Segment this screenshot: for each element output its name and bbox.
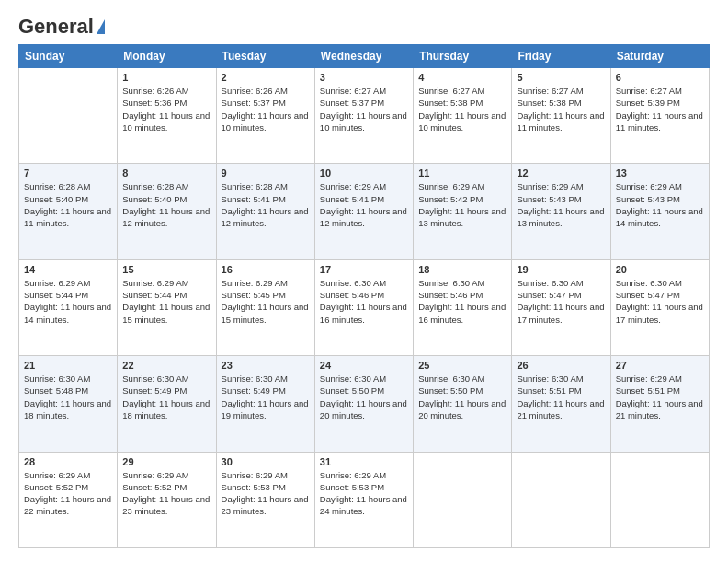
sunset-text: Sunset: 5:51 PM	[616, 385, 680, 396]
day-cell: 29Sunrise: 6:29 AMSunset: 5:52 PMDayligh…	[118, 452, 216, 547]
day-info: Sunrise: 6:30 AMSunset: 5:49 PMDaylight:…	[222, 373, 310, 421]
day-number: 13	[616, 167, 704, 178]
day-info: Sunrise: 6:29 AMSunset: 5:43 PMDaylight:…	[517, 180, 605, 229]
weekday-header-sunday: Sunday	[19, 45, 118, 68]
day-info: Sunrise: 6:30 AMSunset: 5:50 PMDaylight:…	[418, 373, 506, 421]
day-cell	[610, 452, 709, 547]
sunrise-text: Sunrise: 6:30 AM	[418, 278, 484, 288]
day-number: 23	[222, 360, 310, 371]
sunset-text: Sunset: 5:47 PM	[517, 290, 581, 300]
day-info: Sunrise: 6:29 AMSunset: 5:51 PMDaylight:…	[616, 373, 704, 421]
day-info: Sunrise: 6:28 AMSunset: 5:40 PMDaylight:…	[24, 180, 112, 229]
sunrise-text: Sunrise: 6:30 AM	[517, 373, 583, 384]
week-row-2: 14Sunrise: 6:29 AMSunset: 5:44 PMDayligh…	[19, 259, 710, 355]
day-cell: 1Sunrise: 6:26 AMSunset: 5:36 PMDaylight…	[118, 68, 216, 164]
sunrise-text: Sunrise: 6:30 AM	[616, 278, 682, 288]
day-info: Sunrise: 6:29 AMSunset: 5:41 PMDaylight:…	[320, 180, 408, 229]
daylight-text: Daylight: 11 hours and 16 minutes.	[418, 302, 506, 324]
day-number: 10	[320, 167, 408, 178]
daylight-text: Daylight: 11 hours and 23 minutes.	[222, 494, 309, 516]
day-number: 31	[320, 456, 408, 467]
day-number: 9	[222, 167, 310, 178]
weekday-header-tuesday: Tuesday	[216, 45, 314, 68]
sunset-text: Sunset: 5:47 PM	[616, 290, 680, 300]
sunrise-text: Sunrise: 6:29 AM	[517, 181, 583, 191]
sunset-text: Sunset: 5:53 PM	[320, 482, 384, 492]
day-cell: 2Sunrise: 6:26 AMSunset: 5:37 PMDaylight…	[216, 68, 314, 164]
sunset-text: Sunset: 5:37 PM	[222, 98, 286, 108]
calendar-body: 1Sunrise: 6:26 AMSunset: 5:36 PMDaylight…	[19, 68, 710, 548]
daylight-text: Daylight: 11 hours and 12 minutes.	[222, 206, 309, 228]
daylight-text: Daylight: 11 hours and 24 minutes.	[320, 494, 407, 516]
sunrise-text: Sunrise: 6:30 AM	[24, 373, 90, 384]
day-cell: 16Sunrise: 6:29 AMSunset: 5:45 PMDayligh…	[216, 259, 314, 355]
day-cell: 20Sunrise: 6:30 AMSunset: 5:47 PMDayligh…	[610, 259, 709, 355]
sunrise-text: Sunrise: 6:29 AM	[222, 470, 288, 480]
day-cell: 12Sunrise: 6:29 AMSunset: 5:43 PMDayligh…	[512, 164, 610, 259]
day-cell: 26Sunrise: 6:30 AMSunset: 5:51 PMDayligh…	[512, 356, 610, 452]
page: General SundayMondayTuesdayWednesdayThur…	[0, 0, 728, 563]
day-cell	[19, 68, 118, 164]
day-number: 14	[24, 264, 112, 275]
day-info: Sunrise: 6:28 AMSunset: 5:41 PMDaylight:…	[222, 180, 310, 229]
sunset-text: Sunset: 5:43 PM	[517, 194, 581, 204]
day-cell: 6Sunrise: 6:27 AMSunset: 5:39 PMDaylight…	[610, 68, 709, 164]
daylight-text: Daylight: 11 hours and 10 minutes.	[122, 110, 210, 132]
day-number: 25	[418, 360, 506, 371]
day-cell: 17Sunrise: 6:30 AMSunset: 5:46 PMDayligh…	[314, 259, 413, 355]
day-number: 4	[418, 72, 506, 83]
sunset-text: Sunset: 5:37 PM	[320, 98, 384, 108]
day-info: Sunrise: 6:30 AMSunset: 5:46 PMDaylight:…	[418, 277, 506, 326]
weekday-header-monday: Monday	[118, 45, 216, 68]
day-number: 24	[320, 360, 408, 371]
sunset-text: Sunset: 5:52 PM	[24, 482, 88, 492]
daylight-text: Daylight: 11 hours and 11 minutes.	[24, 206, 111, 228]
day-info: Sunrise: 6:30 AMSunset: 5:46 PMDaylight:…	[320, 277, 408, 326]
day-cell: 28Sunrise: 6:29 AMSunset: 5:52 PMDayligh…	[19, 452, 118, 547]
day-cell: 15Sunrise: 6:29 AMSunset: 5:44 PMDayligh…	[118, 259, 216, 355]
logo: General	[18, 15, 105, 35]
day-cell: 27Sunrise: 6:29 AMSunset: 5:51 PMDayligh…	[610, 356, 709, 452]
sunset-text: Sunset: 5:49 PM	[222, 385, 286, 396]
sunset-text: Sunset: 5:44 PM	[24, 290, 88, 300]
day-number: 1	[122, 72, 210, 83]
day-number: 3	[320, 72, 408, 83]
daylight-text: Daylight: 11 hours and 23 minutes.	[122, 494, 210, 516]
day-info: Sunrise: 6:29 AMSunset: 5:44 PMDaylight:…	[122, 277, 210, 326]
daylight-text: Daylight: 11 hours and 13 minutes.	[517, 206, 604, 228]
day-cell: 31Sunrise: 6:29 AMSunset: 5:53 PMDayligh…	[314, 452, 413, 547]
daylight-text: Daylight: 11 hours and 18 minutes.	[24, 398, 111, 420]
day-info: Sunrise: 6:30 AMSunset: 5:47 PMDaylight:…	[517, 277, 605, 326]
day-cell: 22Sunrise: 6:30 AMSunset: 5:49 PMDayligh…	[118, 356, 216, 452]
sunset-text: Sunset: 5:45 PM	[222, 290, 286, 300]
day-info: Sunrise: 6:27 AMSunset: 5:38 PMDaylight:…	[517, 85, 605, 133]
sunrise-text: Sunrise: 6:26 AM	[222, 86, 288, 96]
day-number: 28	[24, 456, 112, 467]
sunrise-text: Sunrise: 6:29 AM	[222, 278, 288, 288]
day-number: 8	[122, 167, 210, 178]
sunrise-text: Sunrise: 6:27 AM	[517, 86, 583, 96]
sunrise-text: Sunrise: 6:29 AM	[24, 278, 90, 288]
sunrise-text: Sunrise: 6:29 AM	[418, 181, 484, 191]
sunset-text: Sunset: 5:38 PM	[517, 98, 581, 108]
sunrise-text: Sunrise: 6:29 AM	[616, 181, 682, 191]
day-cell: 5Sunrise: 6:27 AMSunset: 5:38 PMDaylight…	[512, 68, 610, 164]
day-cell	[414, 452, 512, 547]
day-number: 16	[222, 264, 310, 275]
daylight-text: Daylight: 11 hours and 15 minutes.	[222, 302, 309, 324]
sunrise-text: Sunrise: 6:29 AM	[122, 470, 188, 480]
day-number: 5	[517, 72, 605, 83]
day-number: 6	[616, 72, 704, 83]
day-cell: 9Sunrise: 6:28 AMSunset: 5:41 PMDaylight…	[216, 164, 314, 259]
day-info: Sunrise: 6:30 AMSunset: 5:49 PMDaylight:…	[122, 373, 210, 421]
day-number: 19	[517, 264, 605, 275]
daylight-text: Daylight: 11 hours and 10 minutes.	[418, 110, 506, 132]
daylight-text: Daylight: 11 hours and 14 minutes.	[24, 302, 111, 324]
sunset-text: Sunset: 5:43 PM	[616, 194, 680, 204]
day-number: 22	[122, 360, 210, 371]
sunset-text: Sunset: 5:52 PM	[122, 482, 187, 492]
day-info: Sunrise: 6:29 AMSunset: 5:44 PMDaylight:…	[24, 277, 112, 326]
header: General	[18, 15, 710, 35]
sunset-text: Sunset: 5:40 PM	[122, 194, 187, 204]
weekday-header-friday: Friday	[512, 45, 610, 68]
